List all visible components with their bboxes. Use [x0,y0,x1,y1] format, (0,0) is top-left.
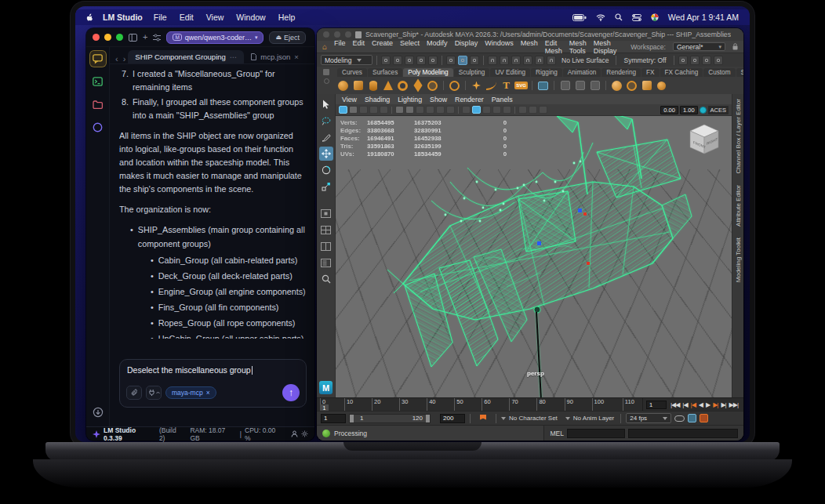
shelf-tab[interactable]: Substance [736,68,744,77]
mel-result[interactable] [628,429,738,438]
send-message-button[interactable]: ↑ [282,384,300,401]
isolate-select-icon[interactable] [462,106,471,114]
platonic-solid-icon[interactable] [449,80,460,92]
current-frame-marker[interactable]: 1 [320,404,329,411]
exposure-icon[interactable] [492,106,501,114]
joint-tool-icon[interactable] [559,80,571,92]
wifi-icon[interactable] [596,14,605,21]
bookmark-flag-icon[interactable] [480,415,486,422]
minimize-window-button[interactable] [104,34,111,41]
shelf-tab[interactable]: Poly Modeling [403,68,452,77]
sidebar-item-developer[interactable] [90,74,106,89]
combine-icon[interactable] [641,80,652,92]
layout-outliner-icon[interactable] [319,256,333,270]
make-live-icon[interactable] [547,56,556,65]
ik-handle-icon[interactable] [574,80,586,92]
split-panes-icon[interactable] [129,34,137,42]
gear-icon[interactable] [301,430,308,437]
open-scene-icon[interactable] [393,56,402,65]
menu-set-selector[interactable]: Modeling [321,55,373,65]
snap-projected-center-icon[interactable] [523,56,532,65]
battery-icon[interactable] [572,14,587,21]
layout-single-pane-icon[interactable] [319,206,333,220]
menubar-clock[interactable]: Wed Apr 1 9:41 AM [668,13,739,22]
user-icon[interactable] [291,430,298,437]
screen-space-ao-icon[interactable] [446,106,455,114]
maya-menu-item[interactable]: Mesh [521,39,538,55]
panel-menu-item[interactable]: Shading [365,96,390,103]
playback-button[interactable]: ◀ [698,401,703,408]
poly-cylinder-icon[interactable] [367,80,379,92]
loop-mode-icon[interactable] [674,415,685,422]
live-surface-status[interactable]: No Live Surface [558,56,612,64]
select-hierarchy-icon[interactable] [446,56,456,65]
shelf-tab[interactable]: Rigging [531,68,562,77]
spotlight-search-icon[interactable] [615,13,623,21]
poly-torus-icon[interactable] [397,80,409,92]
hypershade-icon[interactable] [714,56,723,65]
menubar-item[interactable]: Window [236,13,265,22]
attach-file-button[interactable] [126,386,142,400]
color-management-icon[interactable] [700,107,707,114]
scale-tool-icon[interactable] [319,179,333,194]
xray-icon[interactable] [472,106,481,114]
maya-menu-item[interactable]: Mesh Tools [569,39,587,55]
close-window-button[interactable] [93,34,100,41]
camera-attributes-icon[interactable] [359,106,368,114]
sweep-mesh-icon[interactable] [471,80,482,92]
message-composer[interactable]: Deselect the miscellaneous group maya-mc… [119,359,307,408]
animation-end-field[interactable]: 200 [440,414,465,423]
snap-grid-icon[interactable] [488,56,497,65]
paint-select-tool-icon[interactable] [319,130,333,144]
maya-menu-item[interactable]: Create [372,39,393,55]
lights-icon[interactable] [426,106,434,114]
panel-menu-item[interactable]: Panels [492,96,513,103]
mcp-server-pill[interactable]: maya-mcp × [165,386,216,399]
rotate-tool-icon[interactable] [319,163,333,177]
textured-icon[interactable] [416,106,424,114]
xray-joints-icon[interactable] [482,106,491,114]
wireframe-shade-icon[interactable] [395,106,404,114]
menubar-app-name[interactable]: LM Studio [103,13,143,22]
panel-menu-item[interactable]: Renderer [455,96,484,103]
panel-menu-item[interactable]: View [342,96,357,103]
zoom-window-button[interactable] [116,34,123,41]
mel-label[interactable]: MEL [550,430,563,437]
anim-layer-selector[interactable]: No Anim Layer [565,415,614,422]
layout-four-pane-icon[interactable] [319,223,333,237]
panel-menu-item[interactable]: Show [430,96,447,103]
maya-menu-item[interactable]: Edit Mesh [545,39,562,55]
playback-button[interactable]: ▶ [705,401,711,408]
new-chat-button[interactable]: + [143,33,147,42]
lock-icon[interactable] [732,43,738,50]
grid-toggle-icon[interactable] [529,106,537,114]
eject-model-button[interactable]: ⏏ Eject [269,31,306,44]
poly-disc-icon[interactable] [427,80,438,92]
skin-bind-icon[interactable] [589,80,601,92]
remesh-icon[interactable] [537,80,549,92]
app-version[interactable]: LM Studio 0.3.39 [104,426,156,442]
save-scene-icon[interactable] [405,56,414,65]
lock-camera-icon[interactable] [349,106,358,114]
exposure-value[interactable]: 0.00 [660,106,678,114]
playback-button[interactable]: |◀ [681,401,688,408]
shelf-tab[interactable]: Curves [337,68,367,77]
shelf-options-icon[interactable] [324,78,329,84]
nav-back-icon[interactable]: ‹ [113,54,121,63]
type-tool-icon[interactable]: T [500,80,512,92]
panel-menu-item[interactable]: Lighting [398,96,422,103]
move-tool-icon[interactable] [319,147,333,161]
right-panel-tab[interactable]: Attribute Editor [735,185,742,227]
gamma-value[interactable]: 1.00 [680,106,698,114]
mirror-icon[interactable] [626,80,638,92]
snap-point-icon[interactable] [511,56,521,65]
svg-tool-icon[interactable]: SVG [515,80,527,92]
render-current-frame-icon[interactable] [702,56,711,65]
control-center-icon[interactable] [632,14,641,21]
range-end-handle[interactable] [426,415,430,422]
shelf-tab[interactable]: Sculpting [454,68,490,77]
playback-button[interactable]: ▶| [712,401,718,408]
right-panel-tab[interactable]: Modeling Toolkit [735,237,742,282]
select-object-icon[interactable] [458,56,467,65]
maya-menu-item[interactable]: Edit [353,39,365,55]
